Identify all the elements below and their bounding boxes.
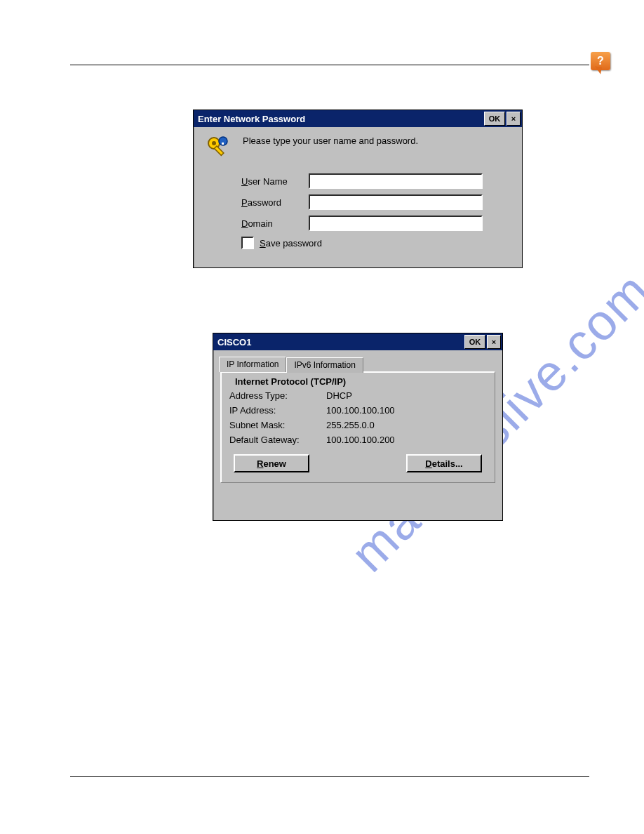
- group-legend: Internet Protocol (TCP/IP): [232, 376, 349, 387]
- dialog2-title: CISCO1: [217, 337, 251, 348]
- dialog1-close-button[interactable]: ×: [507, 112, 521, 126]
- row-ip-address: IP Address:100.100.100.100: [229, 403, 486, 418]
- domain-label: Domain: [241, 218, 309, 229]
- renew-button[interactable]: Renew: [234, 454, 309, 472]
- details-button[interactable]: Details...: [406, 454, 482, 472]
- svg-rect-4: [222, 143, 224, 145]
- tab-ip-information[interactable]: IP Information: [219, 357, 286, 372]
- dialog1-message: Please type your user name and password.: [243, 135, 418, 146]
- dialog2-titlebar: CISCO1 OK ×: [213, 333, 502, 350]
- help-icon[interactable]: ?: [591, 52, 610, 70]
- page-bottom-rule: [70, 776, 589, 777]
- svg-point-1: [212, 141, 216, 145]
- page-top-rule: [70, 65, 589, 65]
- dialog1-titlebar: Enter Network Password OK ×: [194, 110, 522, 127]
- row-subnet-mask: Subnet Mask:255.255.0.0: [229, 418, 486, 432]
- enter-network-password-dialog: Enter Network Password OK × Please type …: [193, 110, 523, 268]
- dialog2-close-button[interactable]: ×: [487, 335, 501, 349]
- username-label: User Name: [241, 176, 309, 187]
- key-icon: [206, 135, 230, 159]
- row-address-type: Address Type:DHCP: [229, 388, 486, 403]
- dialog1-ok-button[interactable]: OK: [484, 112, 505, 126]
- username-input[interactable]: [309, 173, 483, 189]
- svg-rect-2: [214, 146, 223, 155]
- save-password-label: Save password: [260, 238, 322, 249]
- tab-ipv6-information[interactable]: IPv6 Information: [286, 357, 363, 373]
- domain-input[interactable]: [309, 216, 483, 231]
- dialog1-title: Enter Network Password: [198, 114, 305, 124]
- save-password-checkbox[interactable]: [241, 237, 254, 249]
- cisco1-dialog: CISCO1 OK × IP Information IPv6 Informat…: [213, 333, 503, 521]
- password-input[interactable]: [309, 194, 483, 210]
- dialog2-ok-button[interactable]: OK: [464, 335, 485, 349]
- password-label: Password: [241, 197, 309, 208]
- row-default-gateway: Default Gateway:100.100.100.200: [229, 432, 486, 447]
